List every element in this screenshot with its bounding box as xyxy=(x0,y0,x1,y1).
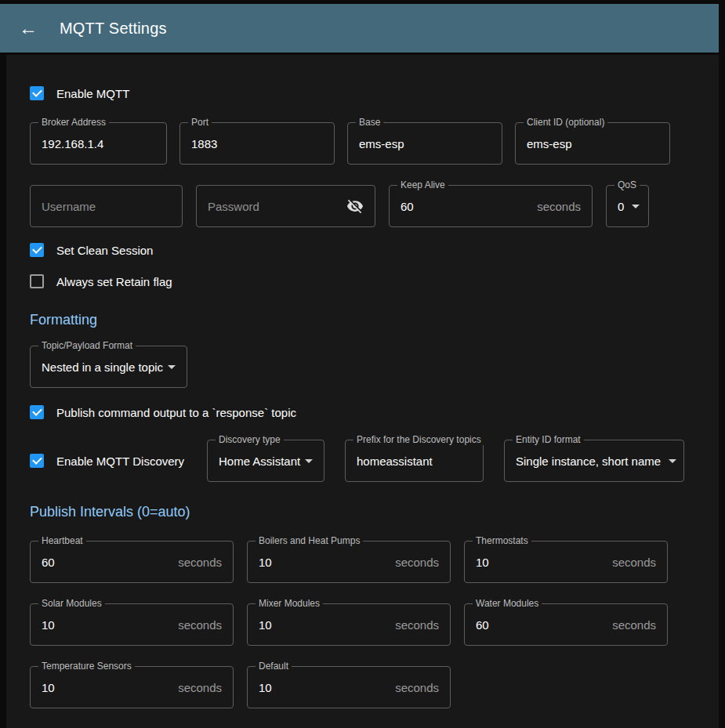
chevron-down-icon xyxy=(305,459,313,463)
interval-label: Thermostats xyxy=(473,535,531,546)
interval-suffix: seconds xyxy=(178,681,222,694)
broker-address-label: Broker Address xyxy=(38,117,109,128)
port-label: Port xyxy=(188,117,212,128)
password-input[interactable] xyxy=(208,200,346,213)
broker-row: Broker Address Port Base Client ID (opti… xyxy=(30,122,695,165)
publish-response-label: Publish command output to a `response` t… xyxy=(56,406,296,419)
interval-value: 10 xyxy=(476,556,489,569)
publish-response-row[interactable]: Publish command output to a `response` t… xyxy=(30,405,695,419)
temperature-interval-field[interactable]: Temperature Sensors 10 seconds xyxy=(30,666,234,708)
interval-suffix: seconds xyxy=(395,556,439,569)
mqtt-settings-form: Enable MQTT Broker Address Port Base Cli… xyxy=(6,55,719,728)
discovery-prefix-input[interactable] xyxy=(357,455,472,468)
port-input[interactable] xyxy=(191,137,323,150)
topic-format-row: Topic/Payload Format Nested in a single … xyxy=(30,346,695,388)
appbar: ← MQTT Settings xyxy=(0,4,719,53)
retain-flag-row[interactable]: Always set Retain flag xyxy=(30,274,695,288)
interval-value: 10 xyxy=(42,618,55,632)
heartbeat-interval-field[interactable]: Heartbeat 60 seconds xyxy=(30,541,234,583)
interval-suffix: seconds xyxy=(178,556,222,569)
discovery-label: Enable MQTT Discovery xyxy=(56,455,184,468)
interval-label: Mixer Modules xyxy=(256,598,323,609)
interval-suffix: seconds xyxy=(395,618,439,632)
publish-intervals-heading: Publish Intervals (0=auto) xyxy=(30,504,695,520)
clean-session-row[interactable]: Set Clean Session xyxy=(30,243,695,257)
base-input[interactable] xyxy=(359,137,491,150)
default-interval-field[interactable]: Default 10 seconds xyxy=(247,666,451,708)
back-arrow-icon[interactable]: ← xyxy=(17,19,39,38)
client-id-label: Client ID (optional) xyxy=(524,117,607,128)
interval-suffix: seconds xyxy=(178,618,222,632)
qos-value: 0 xyxy=(618,200,624,213)
interval-suffix: seconds xyxy=(612,618,656,632)
base-field[interactable]: Base xyxy=(347,122,502,165)
topic-format-value: Nested in a single topic xyxy=(42,360,163,374)
clean-session-checkbox[interactable] xyxy=(30,243,44,257)
mixer-interval-field[interactable]: Mixer Modules 10 seconds xyxy=(247,603,451,646)
page-title: MQTT Settings xyxy=(60,20,167,38)
chevron-down-icon xyxy=(168,365,176,369)
interval-value: 10 xyxy=(42,681,55,694)
interval-label: Solar Modules xyxy=(38,598,105,609)
qos-label: QoS xyxy=(614,179,640,190)
port-field[interactable]: Port xyxy=(179,122,335,165)
chevron-down-icon xyxy=(669,459,676,463)
retain-flag-label: Always set Retain flag xyxy=(56,275,172,288)
discovery-type-value: Home Assistant xyxy=(219,455,300,468)
interval-suffix: seconds xyxy=(612,556,656,569)
interval-label: Heartbeat xyxy=(38,535,86,546)
entity-format-value: Single instance, short name xyxy=(516,455,661,468)
enable-mqtt-checkbox[interactable] xyxy=(30,86,44,100)
interval-label: Water Modules xyxy=(473,598,542,609)
topic-format-select[interactable]: Topic/Payload Format Nested in a single … xyxy=(30,346,187,388)
interval-suffix: seconds xyxy=(395,681,439,694)
credentials-row: Keep Alive 60 seconds QoS 0 xyxy=(30,185,695,227)
solar-interval-field[interactable]: Solar Modules 10 seconds xyxy=(30,603,234,646)
intervals-grid: Heartbeat 60 seconds Boilers and Heat Pu… xyxy=(30,541,695,708)
discovery-row: Enable MQTT Discovery Discovery type Hom… xyxy=(30,440,695,482)
interval-value: 60 xyxy=(476,618,489,632)
interval-value: 60 xyxy=(42,556,55,569)
qos-select[interactable]: QoS 0 xyxy=(606,185,649,227)
interval-value: 10 xyxy=(259,556,272,569)
formatting-heading: Formatting xyxy=(30,312,695,328)
visibility-off-icon[interactable] xyxy=(346,197,364,215)
discovery-toggle-row[interactable]: Enable MQTT Discovery xyxy=(30,454,207,468)
base-label: Base xyxy=(356,117,383,128)
enable-mqtt-label: Enable MQTT xyxy=(56,87,129,100)
clean-session-label: Set Clean Session xyxy=(56,244,153,257)
password-field[interactable] xyxy=(196,185,375,227)
interval-label: Default xyxy=(256,661,292,672)
keep-alive-value: 60 xyxy=(401,200,414,213)
discovery-type-select[interactable]: Discovery type Home Assistant xyxy=(207,440,324,482)
keep-alive-label: Keep Alive xyxy=(397,179,448,190)
username-field[interactable] xyxy=(30,185,183,227)
client-id-input[interactable] xyxy=(527,137,658,150)
discovery-prefix-label: Prefix for the Discovery topics xyxy=(353,434,484,445)
publish-response-checkbox[interactable] xyxy=(30,405,44,419)
water-interval-field[interactable]: Water Modules 60 seconds xyxy=(464,603,668,646)
client-id-field[interactable]: Client ID (optional) xyxy=(515,122,670,165)
discovery-checkbox[interactable] xyxy=(30,454,44,468)
interval-value: 10 xyxy=(259,618,272,632)
keep-alive-field[interactable]: Keep Alive 60 seconds xyxy=(389,185,593,227)
topic-format-label: Topic/Payload Format xyxy=(38,340,136,351)
interval-value: 10 xyxy=(259,681,272,694)
broker-address-input[interactable] xyxy=(42,137,155,150)
discovery-prefix-field[interactable]: Prefix for the Discovery topics xyxy=(345,440,484,482)
discovery-type-label: Discovery type xyxy=(216,434,284,445)
boilers-interval-field[interactable]: Boilers and Heat Pumps 10 seconds xyxy=(247,541,451,583)
interval-label: Boilers and Heat Pumps xyxy=(256,535,363,546)
retain-flag-checkbox[interactable] xyxy=(30,274,44,288)
thermostats-interval-field[interactable]: Thermostats 10 seconds xyxy=(464,541,668,583)
keep-alive-suffix: seconds xyxy=(537,200,581,213)
enable-mqtt-row[interactable]: Enable MQTT xyxy=(30,86,695,100)
entity-format-label: Entity ID format xyxy=(513,434,584,445)
interval-label: Temperature Sensors xyxy=(38,661,135,672)
broker-address-field[interactable]: Broker Address xyxy=(30,122,167,165)
entity-format-select[interactable]: Entity ID format Single instance, short … xyxy=(504,440,684,482)
chevron-down-icon xyxy=(632,205,640,208)
username-input[interactable] xyxy=(42,200,171,213)
